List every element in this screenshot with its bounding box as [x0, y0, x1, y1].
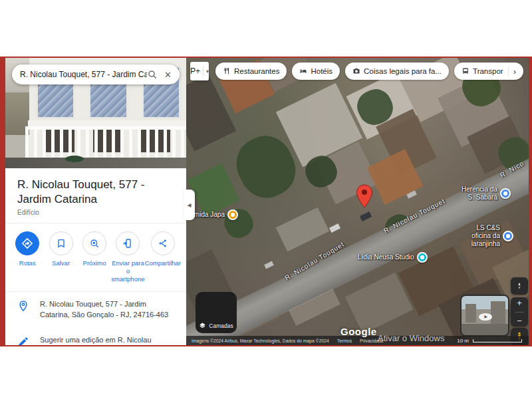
action-bar: Rotas Salvar Próximo Enviar para o smart… — [5, 223, 186, 292]
divider — [515, 312, 524, 313]
action-label: Compartilhar — [145, 259, 181, 267]
transit-icon — [462, 67, 469, 75]
app-window: R. Nicolau Touquet, 577 - Jardim Cata ✕ … — [0, 57, 532, 346]
imagery-attribution: Imagens ©2024 Airbus, Maxar Technologies… — [192, 338, 329, 343]
layers-label: Camadas — [209, 323, 233, 329]
map-scale: 10 m — [457, 338, 522, 344]
zoom-out-button[interactable]: − — [511, 317, 528, 325]
directions-icon — [15, 231, 39, 255]
share-icon — [151, 231, 175, 255]
bookmark-icon — [49, 231, 73, 255]
layers-button[interactable]: Camadas — [196, 292, 237, 333]
compass-icon — [515, 282, 523, 290]
food-poi-icon — [227, 209, 238, 220]
google-logo: Google — [340, 326, 377, 337]
store-poi-icon — [503, 231, 513, 241]
map-top-bar: P+ ▾ Restaurantes Hotéis Coisas legais p… — [186, 58, 529, 84]
address-text: R. Nicolau Touquet, 577 - Jardim Catarin… — [40, 299, 174, 321]
scale-text: 10 m — [457, 338, 469, 344]
chip-transit[interactable]: Transpor › — [454, 63, 523, 80]
chip-label: Coisas legais para fa... — [364, 67, 442, 75]
map-type-button[interactable]: P+ ▾ — [190, 62, 209, 80]
chip-restaurants[interactable]: Restaurantes — [215, 63, 287, 80]
category-chips: Restaurantes Hotéis Coisas legais para f… — [215, 63, 523, 80]
chevron-left-icon: ◂ — [187, 200, 191, 209]
poi-store-2[interactable]: LS C&S oficina da laranjinha — [459, 224, 513, 248]
share-button[interactable]: Compartilhar — [145, 231, 181, 283]
photo-bush — [65, 156, 84, 162]
action-label: Próximo — [78, 259, 111, 267]
chevron-right-icon[interactable]: › — [508, 66, 516, 76]
poi-label: Lídia Neusa Studio — [358, 253, 414, 261]
chevron-down-icon[interactable]: ▾ — [203, 66, 209, 76]
action-label: Rotas — [11, 259, 44, 267]
poi-store-1[interactable]: Herencia da S. Sabará — [456, 186, 511, 201]
map-type-label: P+ — [190, 66, 200, 76]
send-to-phone-icon — [116, 231, 140, 255]
nearby-button[interactable]: Próximo — [78, 231, 111, 283]
terms-link[interactable]: Termos — [337, 338, 352, 343]
poi-studio[interactable]: Lídia Neusa Studio — [358, 252, 428, 263]
place-subtitle: Edifício — [17, 209, 174, 216]
poi-label: Herencia da S. Sabará — [456, 186, 497, 201]
place-title: R. Nicolau Touquet, 577 - Jardim Catarin… — [17, 178, 174, 207]
close-icon[interactable]: ✕ — [164, 70, 172, 80]
chip-things-to-do[interactable]: Coisas legais para fa... — [345, 63, 449, 80]
chip-hotels[interactable]: Hotéis — [292, 63, 340, 80]
directions-button[interactable]: Rotas — [11, 231, 44, 283]
layers-icon — [199, 322, 206, 329]
place-pin-icon — [17, 300, 29, 312]
restaurant-icon — [223, 67, 231, 75]
action-label: Enviar para o smartphone — [111, 259, 144, 283]
search-input[interactable]: R. Nicolau Touquet, 577 - Jardim Cata — [20, 70, 147, 79]
compass-button[interactable] — [511, 277, 528, 295]
chip-label: Hotéis — [311, 67, 332, 75]
address-row[interactable]: R. Nicolau Touquet, 577 - Jardim Catarin… — [5, 292, 186, 328]
map-canvas[interactable]: R. Nicolau Touquet R. Nicolau Touquet R.… — [186, 58, 529, 345]
photo-pavement — [5, 158, 186, 168]
zoom-control: + − — [511, 297, 528, 327]
hotel-icon — [299, 67, 307, 75]
collapse-panel-button[interactable]: ◂ — [184, 190, 195, 220]
chip-label: Transpor — [473, 67, 503, 75]
send-to-phone-button[interactable]: Enviar para o smartphone — [111, 231, 144, 283]
action-label: Salvar — [44, 259, 77, 267]
chip-label: Restaurantes — [234, 67, 279, 75]
photo-beam — [28, 120, 186, 126]
suggest-edit-row[interactable]: Sugerir uma edição em R. Nicolau Touquet… — [5, 328, 186, 345]
streetview-thumbnail[interactable]: ➤ — [460, 295, 509, 336]
poi-label: LS C&S oficina da laranjinha — [459, 224, 500, 248]
nearby-icon — [82, 231, 106, 255]
pencil-icon — [17, 336, 29, 345]
camera-icon — [352, 67, 360, 75]
windows-activation-watermark: Ativar o Windows — [378, 333, 444, 343]
place-header: R. Nicolau Touquet, 577 - Jardim Catarin… — [5, 168, 186, 223]
search-box[interactable]: R. Nicolau Touquet, 577 - Jardim Cata ✕ — [12, 65, 180, 84]
suggest-edit-text: Sugerir uma edição em R. Nicolau Touquet… — [40, 335, 174, 345]
save-button[interactable]: Salvar — [44, 231, 77, 283]
scale-bar — [473, 339, 522, 342]
place-panel: R. Nicolau Touquet, 577 - Jardim Cata ✕ … — [5, 58, 186, 345]
destination-marker[interactable] — [356, 184, 373, 208]
pegman-arrow-icon: ➤ — [479, 313, 492, 321]
beauty-poi-icon — [417, 252, 428, 263]
search-icon[interactable] — [147, 69, 158, 80]
store-poi-icon — [500, 188, 511, 199]
zoom-in-button[interactable]: + — [511, 299, 528, 307]
place-photo[interactable]: R. Nicolau Touquet, 577 - Jardim Cata ✕ — [5, 58, 186, 168]
